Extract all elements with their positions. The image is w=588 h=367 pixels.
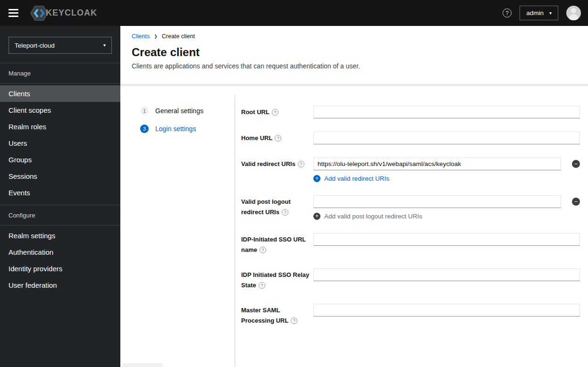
breadcrumb-current: Create client bbox=[162, 33, 195, 40]
login-settings-form: Root URL? Home URL? Valid redirect URIs? bbox=[235, 95, 588, 367]
keycloak-logo[interactable]: KEYCLOAK bbox=[30, 5, 97, 21]
realm-selector-dropdown[interactable]: Teleport-cloud ▾ bbox=[8, 37, 112, 54]
step-number-badge: 1 bbox=[140, 107, 149, 115]
home-url-input[interactable] bbox=[313, 132, 580, 144]
masthead: KEYCLOAK ? admin ▾ bbox=[0, 0, 588, 26]
page-description: Clients are applications and services th… bbox=[132, 62, 577, 70]
form-row-master-saml-url: Master SAML Processing URL? bbox=[241, 304, 580, 326]
form-row-idp-sso-relay-state: IDP Initiated SSO Relay State? bbox=[241, 268, 580, 291]
plus-circle-icon: + bbox=[313, 213, 320, 220]
user-menu-label: admin bbox=[526, 9, 544, 17]
sidebar-section-manage: Manage bbox=[0, 63, 120, 83]
chevron-right-icon: ❯ bbox=[154, 34, 158, 39]
form-row-home-url: Home URL? bbox=[241, 132, 580, 144]
sidebar-item-realm-settings[interactable]: Realm settings bbox=[0, 227, 120, 244]
master-saml-url-input[interactable] bbox=[313, 304, 580, 317]
wizard-step-login-settings[interactable]: 3 Login settings bbox=[140, 125, 196, 133]
chevron-down-icon: ▾ bbox=[103, 43, 106, 48]
sidebar-item-authentication[interactable]: Authentication bbox=[0, 244, 120, 260]
sidebar-item-events[interactable]: Events bbox=[0, 184, 120, 201]
root-url-input[interactable] bbox=[313, 106, 580, 118]
sidebar-item-realm-roles[interactable]: Realm roles bbox=[0, 118, 120, 135]
avatar[interactable] bbox=[566, 6, 581, 20]
field-label: IDP-Initiated SSO URL name? bbox=[241, 233, 310, 255]
add-valid-redirect-uri-link[interactable]: + Add valid redirect URIs bbox=[313, 175, 389, 182]
sidebar-section-configure: Configure bbox=[0, 205, 120, 225]
wizard-steps-nav: 1 General settings 3 Login settings bbox=[120, 95, 235, 367]
field-help-icon[interactable]: ? bbox=[260, 247, 266, 253]
remove-uri-button[interactable]: − bbox=[572, 160, 580, 168]
breadcrumb-link-clients[interactable]: Clients bbox=[132, 33, 150, 40]
divider bbox=[120, 84, 588, 86]
field-label: Home URL? bbox=[241, 132, 310, 144]
product-name: KEYCLOAK bbox=[46, 8, 97, 18]
sidebar-item-users[interactable]: Users bbox=[0, 135, 120, 151]
wizard-footer-partial bbox=[122, 363, 163, 367]
plus-circle-icon: + bbox=[313, 175, 320, 182]
idp-sso-url-name-input[interactable] bbox=[313, 233, 580, 246]
valid-redirect-uri-input[interactable] bbox=[313, 158, 561, 170]
sidebar-item-clients[interactable]: Clients bbox=[0, 85, 120, 102]
field-help-icon[interactable]: ? bbox=[291, 317, 297, 324]
menu-icon[interactable] bbox=[8, 9, 18, 17]
field-label: Valid post logout redirect URIs? bbox=[241, 195, 310, 220]
form-row-root-url: Root URL? bbox=[241, 106, 580, 118]
user-menu-dropdown[interactable]: admin ▾ bbox=[520, 6, 558, 20]
form-row-post-logout-redirect-uris: Valid post logout redirect URIs? − + Add… bbox=[241, 195, 580, 220]
sidebar-item-sessions[interactable]: Sessions bbox=[0, 168, 120, 184]
page-title: Create client bbox=[132, 46, 577, 59]
form-row-valid-redirect-uris: Valid redirect URIs? − + Add valid redir… bbox=[241, 158, 580, 182]
field-help-icon[interactable]: ? bbox=[259, 282, 265, 289]
field-help-icon[interactable]: ? bbox=[275, 135, 281, 142]
field-label: Root URL? bbox=[241, 106, 310, 118]
field-help-icon[interactable]: ? bbox=[282, 209, 288, 216]
help-icon[interactable]: ? bbox=[503, 8, 512, 17]
minus-circle-icon: − bbox=[572, 160, 580, 167]
sidebar-item-client-scopes[interactable]: Client scopes bbox=[0, 102, 120, 118]
field-label: IDP Initiated SSO Relay State? bbox=[241, 268, 310, 291]
page-header: Clients ❯ Create client Create client Cl… bbox=[120, 26, 588, 70]
sidebar-item-groups[interactable]: Groups bbox=[0, 151, 120, 168]
idp-sso-relay-state-input[interactable] bbox=[313, 268, 580, 281]
sidebar-configure-list: Realm settings Authentication Identity p… bbox=[0, 225, 120, 295]
step-number-badge: 3 bbox=[140, 125, 149, 133]
realm-selector-value: Teleport-cloud bbox=[15, 42, 55, 49]
field-help-icon[interactable]: ? bbox=[272, 109, 278, 116]
field-label: Master SAML Processing URL? bbox=[241, 304, 310, 326]
form-row-idp-sso-url-name: IDP-Initiated SSO URL name? bbox=[241, 233, 580, 255]
breadcrumb: Clients ❯ Create client bbox=[132, 33, 577, 40]
field-label: Valid redirect URIs? bbox=[241, 158, 310, 182]
main-content: Clients ❯ Create client Create client Cl… bbox=[120, 26, 588, 367]
add-post-logout-redirect-uri-link[interactable]: + Add valid post logout redirect URIs bbox=[313, 213, 422, 220]
wizard-step-general-settings[interactable]: 1 General settings bbox=[140, 107, 203, 115]
wizard: 1 General settings 3 Login settings Root… bbox=[120, 95, 588, 367]
remove-uri-button[interactable]: − bbox=[572, 198, 580, 206]
sidebar: Teleport-cloud ▾ Manage Clients Client s… bbox=[0, 26, 120, 367]
chevron-down-icon: ▾ bbox=[549, 11, 552, 16]
sidebar-item-user-federation[interactable]: User federation bbox=[0, 277, 120, 293]
field-help-icon[interactable]: ? bbox=[298, 161, 304, 167]
sidebar-item-identity-providers[interactable]: Identity providers bbox=[0, 260, 120, 277]
sidebar-manage-list: Clients Client scopes Realm roles Users … bbox=[0, 83, 120, 203]
post-logout-redirect-uri-input[interactable] bbox=[313, 195, 561, 208]
minus-circle-icon: − bbox=[572, 198, 580, 205]
